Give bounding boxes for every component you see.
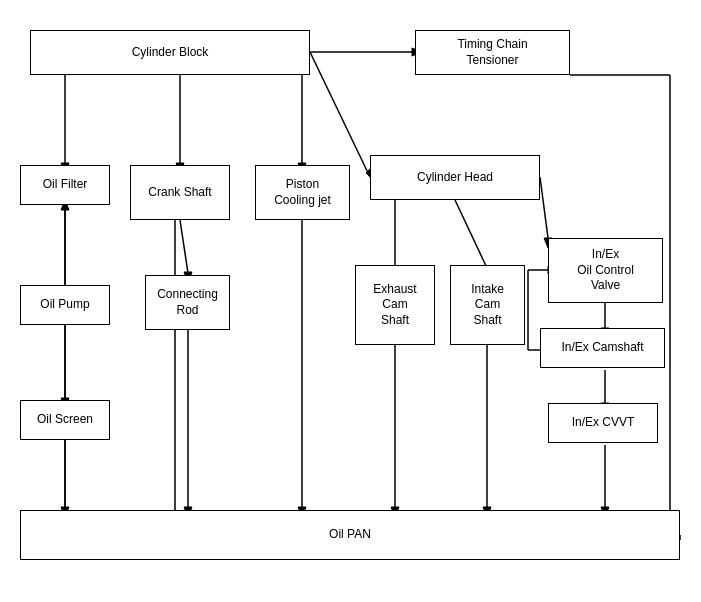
diagram: Cylinder Block Timing ChainTensioner Oil… bbox=[0, 0, 701, 602]
svg-line-20 bbox=[180, 220, 188, 273]
connecting-rod-box: ConnectingRod bbox=[145, 275, 230, 330]
oil-filter-box: Oil Filter bbox=[20, 165, 110, 205]
timing-chain-box: Timing ChainTensioner bbox=[415, 30, 570, 75]
cylinder-head-box: Cylinder Head bbox=[370, 155, 540, 200]
piston-cooling-box: PistonCooling jet bbox=[255, 165, 350, 220]
svg-line-29 bbox=[455, 200, 487, 268]
inex-camshaft-box: In/Ex Camshaft bbox=[540, 328, 665, 368]
inex-cvvt-box: In/Ex CVVT bbox=[548, 403, 658, 443]
exhaust-cam-box: ExhaustCamShaft bbox=[355, 265, 435, 345]
intake-cam-box: IntakeCamShaft bbox=[450, 265, 525, 345]
oil-pump-box: Oil Pump bbox=[20, 285, 110, 325]
cylinder-block-box: Cylinder Block bbox=[30, 30, 310, 75]
svg-line-8 bbox=[310, 52, 370, 177]
inex-oil-valve-box: In/ExOil ControlValve bbox=[548, 238, 663, 303]
oil-pan-box: Oil PAN bbox=[20, 510, 680, 560]
svg-line-31 bbox=[540, 177, 548, 238]
crank-shaft-box: Crank Shaft bbox=[130, 165, 230, 220]
oil-screen-box: Oil Screen bbox=[20, 400, 110, 440]
